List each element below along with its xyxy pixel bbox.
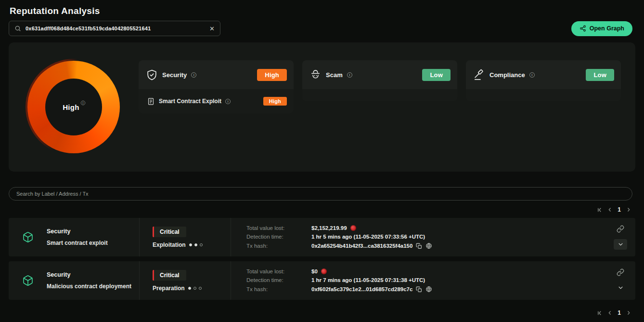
list-filter-input[interactable] (9, 187, 632, 201)
compliance-card-footer (466, 89, 621, 101)
scam-icon (309, 69, 322, 81)
detection-time-value: 1 hr 5 mins ago (11-05-2025 07:33:56 +UT… (311, 234, 432, 240)
alert-actions-cell (605, 218, 635, 256)
first-page-icon[interactable] (596, 207, 603, 213)
alert-type: Malicious contract deployment (47, 283, 131, 290)
alert-row[interactable]: Security Smart contract exploit Critical… (9, 218, 635, 256)
smart-contract-exploit-badge: High (263, 97, 287, 106)
total-value-lost-label: Total value lost: (246, 268, 311, 274)
reputation-analysis-page: Reputation Analysis ✕ Open Graph High i (0, 0, 644, 322)
total-value-lost-value: $2,152,219.99 (311, 225, 432, 231)
value-lost-icon (321, 268, 327, 274)
prev-page-icon[interactable] (607, 310, 613, 316)
tx-hash-value: 0xf602fa5c379c1e2...01d6857cd289c7c (311, 286, 432, 293)
risk-gauge: High i (27, 61, 120, 153)
alert-category: Security (47, 228, 108, 235)
link-icon[interactable] (617, 225, 624, 233)
next-page-icon[interactable] (626, 310, 631, 316)
explorer-icon[interactable] (425, 286, 432, 293)
prev-page-icon[interactable] (607, 207, 613, 213)
copy-icon[interactable] (416, 243, 422, 249)
security-card: Security i High Smart Contract Exploit i… (139, 60, 294, 172)
severity-badge: Critical (153, 227, 186, 237)
alert-severity-cell: Critical Preparation (140, 261, 231, 300)
security-level-badge: High (257, 69, 287, 81)
scam-card-footer (302, 89, 457, 101)
info-icon[interactable]: i (191, 72, 196, 78)
stage-label: Exploitation (153, 242, 186, 248)
next-page-icon[interactable] (626, 207, 631, 213)
contract-icon (147, 97, 155, 106)
clear-search-icon[interactable]: ✕ (209, 26, 215, 32)
pagination-bottom: 1 (0, 305, 644, 316)
alert-category: Security (47, 271, 131, 278)
page-number[interactable]: 1 (617, 206, 621, 213)
page-title: Reputation Analysis (0, 0, 644, 16)
score-cards: Security i High Smart Contract Exploit i… (139, 42, 635, 172)
chevron-down-icon (618, 284, 624, 291)
search-icon (14, 25, 21, 32)
alerts-list: Security Smart contract exploit Critical… (9, 218, 635, 300)
total-value-lost-label: Total value lost: (246, 225, 311, 231)
detection-time-label: Detection time: (246, 277, 311, 283)
pagination-top: 1 (0, 201, 644, 213)
cube-icon (22, 275, 34, 286)
tx-hash-label: Tx hash: (246, 243, 311, 249)
page-number[interactable]: 1 (617, 309, 621, 316)
alert-titles: Security Malicious contract deployment (47, 271, 131, 290)
open-graph-button[interactable]: Open Graph (571, 21, 632, 36)
info-icon[interactable]: i (529, 72, 535, 78)
stage-line: Preparation (153, 285, 231, 292)
alert-identity-cell: Security Malicious contract deployment (9, 261, 140, 300)
expand-chevron-button[interactable] (614, 239, 627, 250)
overall-risk-label: High (63, 103, 79, 111)
alert-identity-cell: Security Smart contract exploit (9, 218, 140, 256)
alert-details-cell: Total value lost: $2,152,219.99 Detectio… (231, 218, 605, 256)
security-card-title: Security (162, 71, 187, 79)
compliance-card: Compliance i Low (466, 60, 621, 172)
address-search[interactable]: ✕ (9, 21, 220, 36)
stage-label: Preparation (153, 285, 185, 292)
scam-card-header: Scam i Low (302, 60, 457, 89)
tx-hash-label: Tx hash: (246, 286, 311, 292)
expand-chevron-button[interactable] (614, 282, 627, 293)
stage-progress (188, 287, 202, 290)
alert-type: Smart contract exploit (47, 240, 108, 246)
compliance-card-header: Compliance i Low (466, 60, 621, 89)
info-icon[interactable]: i (81, 100, 85, 105)
stage-line: Exploitation (153, 242, 231, 248)
risk-gauge-wrap: High i (9, 42, 139, 172)
detection-time-label: Detection time: (246, 234, 311, 240)
alert-row[interactable]: Security Malicious contract deployment C… (9, 261, 635, 300)
scam-level-badge: Low (422, 69, 451, 81)
compliance-level-badge: Low (586, 69, 614, 81)
info-icon[interactable]: i (225, 99, 231, 104)
tx-hash-value: 0x2a65254b41b42f3...ca3816325f4a150 (311, 242, 432, 249)
smart-contract-exploit-row: Smart Contract Exploit i High (139, 89, 294, 113)
scam-card-title: Scam (326, 71, 343, 79)
smart-contract-exploit-label: Smart Contract Exploit (159, 98, 221, 105)
gavel-icon (473, 69, 485, 81)
top-toolbar: ✕ Open Graph (0, 21, 644, 36)
graph-icon (580, 25, 586, 32)
link-icon[interactable] (617, 268, 624, 276)
risk-gauge-center: High i (45, 79, 102, 135)
stage-progress (189, 243, 203, 246)
info-icon[interactable]: i (347, 72, 352, 78)
cube-icon (22, 231, 34, 243)
value-lost-icon (350, 225, 356, 231)
detection-time-value: 1 hr 7 mins ago (11-05-2025 07:31:38 +UT… (311, 277, 432, 283)
alert-details-cell: Total value lost: $0 Detection time: 1 h… (231, 261, 605, 300)
copy-icon[interactable] (416, 286, 422, 293)
open-graph-label: Open Graph (590, 25, 624, 32)
address-search-input[interactable] (26, 26, 205, 31)
severity-badge: Critical (153, 270, 186, 281)
security-card-header: Security i High (139, 60, 294, 89)
chevron-down-icon (618, 241, 624, 247)
alert-actions-cell (605, 261, 635, 300)
explorer-icon[interactable] (425, 242, 432, 249)
first-page-icon[interactable] (596, 310, 603, 316)
scam-card: Scam i Low (302, 60, 457, 172)
shield-icon (146, 69, 158, 81)
compliance-card-title: Compliance (489, 71, 525, 79)
